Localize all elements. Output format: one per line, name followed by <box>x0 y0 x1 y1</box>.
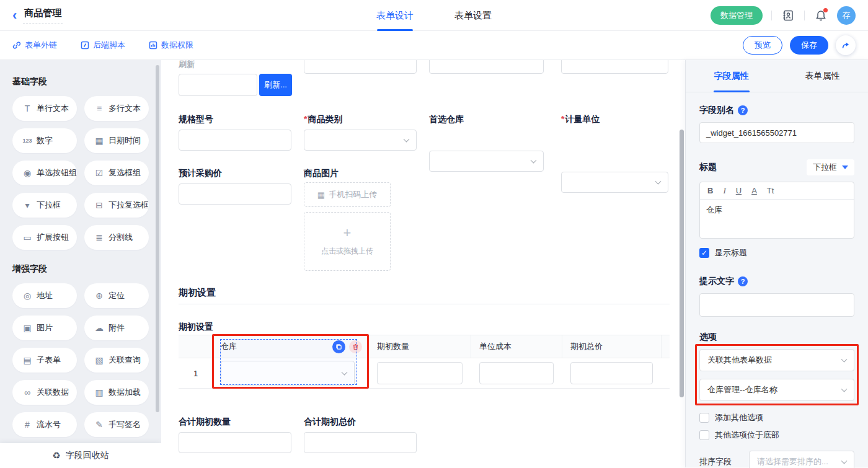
field-item-extend-button[interactable]: ▭扩展按钮 <box>12 225 77 250</box>
form-external-link[interactable]: 表单外链 <box>12 40 57 51</box>
field-label-unit-of-measure: *计量单位 <box>561 114 600 125</box>
recycle-icon: ♻ <box>52 450 60 461</box>
divider-label-initial-setup: 期初设置 <box>179 287 216 299</box>
add-other-option-checkbox[interactable] <box>699 413 709 423</box>
row-number: 1 <box>179 369 213 378</box>
subform-label-initial-setup: 期初设置 <box>179 322 213 333</box>
field-item-signature[interactable]: ✎手写签名 <box>84 412 149 437</box>
show-title-checkbox[interactable]: ✓ <box>699 248 709 258</box>
clipped-field-input[interactable] <box>304 60 417 74</box>
font-color-icon[interactable]: A <box>751 186 757 195</box>
sidebar-scrollbar[interactable] <box>156 65 159 412</box>
refresh-button[interactable]: 刷新... <box>259 74 292 96</box>
script-icon <box>81 41 89 50</box>
underline-icon[interactable]: U <box>736 186 742 195</box>
delete-column-icon[interactable] <box>349 340 362 353</box>
field-item-divider[interactable]: ≣分割线 <box>84 225 149 250</box>
field-item-subform[interactable]: ▤子表单 <box>12 348 77 373</box>
title-editor-text[interactable]: 仓库 <box>700 200 854 238</box>
field-type-select[interactable]: 下拉框 <box>807 159 854 175</box>
tab-field-properties[interactable]: 字段属性 <box>686 60 777 92</box>
header-cell-warehouse[interactable]: 仓库 <box>213 335 369 358</box>
changelog-book-icon[interactable] <box>781 8 795 23</box>
tab-form-design[interactable]: 表单设计 <box>376 0 414 31</box>
data-manage-button[interactable]: 数据管理 <box>711 6 763 25</box>
purchase-price-input[interactable] <box>179 183 291 205</box>
page-title[interactable]: 商品管理 <box>23 6 63 24</box>
refresh-input[interactable] <box>179 74 257 96</box>
extend-button-icon: ▭ <box>21 232 33 242</box>
header-cell-rownum <box>179 335 213 358</box>
initial-total-cell-input[interactable] <box>570 362 653 384</box>
options-link-select[interactable]: 仓库管理--仓库名称 <box>699 379 854 401</box>
field-recycle-bin[interactable]: ♻ 字段回收站 <box>0 443 161 467</box>
image-upload-dropzone[interactable]: + 点击或拖拽上传 <box>304 212 391 271</box>
sort-field-select[interactable]: 请选择需要排序的... <box>749 451 854 468</box>
editor-toolbar: B I U A Tt <box>700 182 854 200</box>
field-item-multi-line-text[interactable]: ≡多行文本 <box>84 96 149 121</box>
avatar[interactable]: 存 <box>837 6 856 25</box>
scan-upload-button[interactable]: ▦ 手机扫码上传 <box>304 182 391 207</box>
field-item-datetime[interactable]: ▦日期时间 <box>84 128 149 153</box>
field-item-location[interactable]: ⊕定位 <box>84 283 149 308</box>
help-icon[interactable]: ? <box>738 105 748 115</box>
save-button[interactable]: 保存 <box>790 36 828 55</box>
unit-of-measure-select[interactable] <box>561 172 668 193</box>
chevron-down-icon <box>841 356 848 363</box>
italic-icon[interactable]: I <box>723 186 725 196</box>
spec-model-input[interactable] <box>179 130 291 151</box>
permission-icon <box>149 41 157 50</box>
preview-button[interactable]: 预览 <box>743 36 782 55</box>
field-item-address[interactable]: ◎地址 <box>12 283 77 308</box>
field-label-preferred-warehouse: 首选仓库 <box>429 114 464 125</box>
help-icon[interactable]: ? <box>738 276 748 286</box>
divider <box>771 11 772 20</box>
notification-bell-icon[interactable] <box>813 8 828 23</box>
preferred-warehouse-select[interactable] <box>429 151 544 172</box>
field-item-linked-query[interactable]: ▧关联查询 <box>84 348 149 373</box>
field-label-purchase-price: 预计采购价 <box>179 168 222 179</box>
title-label: 标题 <box>699 162 717 173</box>
options-source-select[interactable]: 关联其他表单数据 <box>699 349 854 371</box>
field-item-dropdown-multi[interactable]: ⊟下拉复选框 <box>84 193 149 218</box>
clipped-field-input[interactable] <box>429 60 544 74</box>
back-icon[interactable]: ‹ <box>12 9 17 22</box>
field-item-linked-data[interactable]: ∞关联数据 <box>12 380 77 405</box>
share-button[interactable] <box>836 35 856 55</box>
field-item-number[interactable]: 123数字 <box>12 128 77 153</box>
field-item-dropdown[interactable]: ▾下拉框 <box>12 193 77 218</box>
field-item-checkbox-group[interactable]: ☑复选框组 <box>84 161 149 185</box>
alias-input[interactable]: _widget_1661565502771 <box>699 122 854 143</box>
hint-input[interactable] <box>699 293 854 317</box>
font-size-icon[interactable]: Tt <box>767 186 774 195</box>
tab-form-properties[interactable]: 表单属性 <box>777 60 868 92</box>
field-item-single-line-text[interactable]: T单行文本 <box>12 96 77 121</box>
product-category-select[interactable] <box>304 130 417 151</box>
checkbox-group-icon: ☑ <box>93 168 105 178</box>
bold-icon[interactable]: B <box>707 186 713 195</box>
field-item-serial-number[interactable]: #流水号 <box>12 412 77 437</box>
section-basic-fields: 基础字段 <box>12 76 149 87</box>
tab-form-settings[interactable]: 表单设置 <box>454 0 492 31</box>
title-rich-editor[interactable]: B I U A Tt 仓库 <box>699 182 854 239</box>
total-qty-input[interactable] <box>179 432 291 453</box>
radio-group-icon: ◉ <box>21 168 33 178</box>
field-item-radio-group[interactable]: ◉单选按钮组 <box>12 161 77 185</box>
backend-script-link[interactable]: 后端脚本 <box>81 40 125 51</box>
unit-cost-cell-input[interactable] <box>479 362 554 384</box>
copy-column-icon[interactable] <box>332 340 345 353</box>
data-permission-link[interactable]: 数据权限 <box>149 40 193 51</box>
other-option-bottom-checkbox[interactable] <box>699 430 709 440</box>
field-item-attachment[interactable]: ☁附件 <box>84 316 149 340</box>
show-title-row: ✓ 显示标题 <box>699 247 854 258</box>
field-item-data-load[interactable]: ▥数据加载 <box>84 380 149 405</box>
field-item-image[interactable]: ▣图片 <box>12 316 77 340</box>
clipped-field-input[interactable] <box>561 60 668 74</box>
share-arrow-icon <box>841 40 851 50</box>
initial-qty-cell-input[interactable] <box>377 362 463 384</box>
total-price-input[interactable] <box>304 432 417 453</box>
warehouse-cell-select[interactable] <box>221 361 355 386</box>
header-cell-clipped: 商 <box>662 335 670 358</box>
canvas-scrollbar[interactable] <box>680 130 684 397</box>
header-cell-unit-cost: 单位成本 <box>471 335 562 358</box>
